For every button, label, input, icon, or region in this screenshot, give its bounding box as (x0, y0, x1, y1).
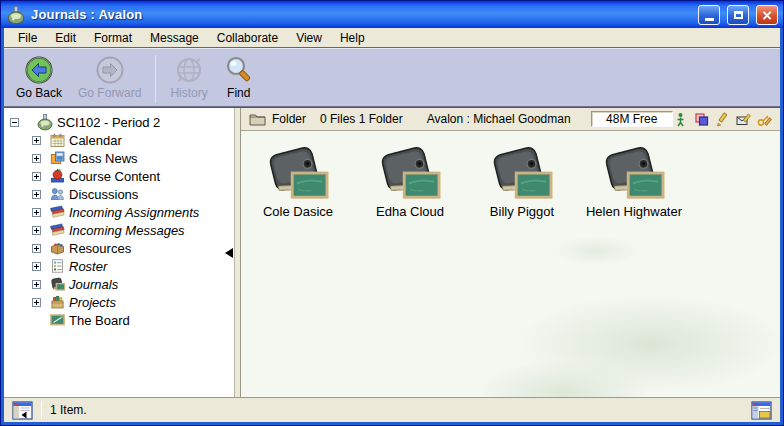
journal-book-icon (488, 145, 556, 203)
menu-message[interactable]: Message (141, 29, 208, 47)
key-pen-icon[interactable] (757, 112, 772, 127)
minimize-button[interactable] (698, 5, 720, 25)
menu-collaborate[interactable]: Collaborate (208, 29, 287, 47)
find-label: Find (227, 86, 250, 100)
history-button[interactable]: History (162, 53, 215, 102)
expand-toggle[interactable] (32, 280, 41, 289)
sidebar-item-calendar[interactable]: Calendar (4, 131, 234, 149)
toggle-view-pane-button[interactable] (751, 401, 772, 420)
expand-toggle[interactable] (32, 298, 41, 307)
journal-item-cole-dasice[interactable]: Cole Dasice (242, 145, 354, 219)
go-back-button[interactable]: Go Back (8, 53, 70, 102)
history-label: History (170, 86, 207, 100)
close-button[interactable]: × (756, 5, 778, 25)
sidebar-item-discussions[interactable]: Discussions (4, 185, 234, 203)
sidebar-item-incoming-assignments[interactable]: Incoming Assignments (4, 203, 234, 221)
sidebar-item-the-board[interactable]: The Board (4, 311, 234, 329)
journal-item-helen-highwater[interactable]: Helen Highwater (578, 145, 690, 219)
tree-root-label: SCI102 - Period 2 (57, 115, 160, 130)
expand-toggle[interactable] (32, 136, 41, 145)
go-forward-label: Go Forward (78, 86, 141, 100)
tree-item-label: Calendar (69, 133, 122, 148)
location-label: Avalon : Michael Goodman (427, 112, 571, 126)
go-back-label: Go Back (16, 86, 62, 100)
sidebar-item-projects[interactable]: Projects (4, 293, 234, 311)
window-frame: File Edit Format Message Collaborate Vie… (1, 28, 783, 425)
tree-item-label: Discussions (69, 187, 138, 202)
statusbar: 1 Item. (4, 397, 780, 422)
folder-icon (249, 112, 266, 126)
collapse-pane-arrow-icon[interactable] (225, 248, 233, 258)
forward-arrow-icon (95, 55, 125, 85)
tree-item-label: The Board (69, 313, 130, 328)
expand-toggle[interactable] (32, 172, 41, 181)
maximize-button[interactable] (727, 5, 749, 25)
go-forward-button[interactable]: Go Forward (70, 53, 149, 102)
menubar: File Edit Format Message Collaborate Vie… (4, 28, 780, 48)
calendar-icon (49, 132, 66, 148)
sidebar-item-resources[interactable]: Resources (4, 239, 234, 257)
journal-name: Billy Piggot (490, 204, 554, 219)
journal-book-icon (600, 145, 668, 203)
books-icon (49, 222, 66, 238)
content-pane: Folder 0 Files 1 Folder Avalon : Michael… (241, 108, 780, 397)
expand-toggle[interactable] (32, 226, 41, 235)
main-split: SCI102 - Period 2 Calendar Class News Co… (4, 107, 780, 397)
maximize-icon (734, 11, 743, 19)
folder-view[interactable]: Cole Dasice Edha Cloud Billy Piggot Hele… (241, 131, 780, 397)
tree-item-label: Incoming Assignments (69, 205, 199, 220)
pane-splitter[interactable] (234, 108, 241, 397)
box-icon (49, 240, 66, 256)
expand-toggle[interactable] (32, 154, 41, 163)
pencil-icon[interactable] (715, 112, 730, 127)
flask-icon (36, 113, 54, 131)
expand-toggle[interactable] (32, 190, 41, 199)
expand-toggle[interactable] (32, 208, 41, 217)
globe-icon (174, 55, 204, 85)
app-window: Journals : Avalon × File Edit Format Mes… (0, 0, 784, 426)
news-icon (49, 150, 66, 166)
layers-icon[interactable] (694, 112, 709, 127)
person-icon[interactable] (673, 112, 688, 127)
toolbar-separator (155, 55, 156, 103)
app-flask-icon[interactable] (6, 5, 26, 25)
journal-item-edha-cloud[interactable]: Edha Cloud (354, 145, 466, 219)
sidebar-item-roster[interactable]: Roster (4, 257, 234, 275)
menu-edit[interactable]: Edit (46, 29, 85, 47)
content-header: Folder 0 Files 1 Folder Avalon : Michael… (241, 108, 780, 131)
journal-book-icon (49, 276, 66, 292)
journal-item-billy-piggot[interactable]: Billy Piggot (466, 145, 578, 219)
back-arrow-icon (24, 55, 54, 85)
titlebar: Journals : Avalon × (1, 1, 783, 28)
expand-toggle[interactable] (32, 244, 41, 253)
menu-view[interactable]: View (287, 29, 331, 47)
toggle-tree-pane-button[interactable] (12, 401, 33, 420)
expand-toggle[interactable] (32, 262, 41, 271)
minimize-icon (705, 18, 714, 21)
roster-list-icon (49, 258, 66, 274)
toolbar: Go Back Go Forward History Find (4, 48, 780, 107)
statusbar-separator (41, 402, 42, 419)
people-icon (49, 186, 66, 202)
find-button[interactable]: Find (216, 53, 262, 102)
menu-help[interactable]: Help (331, 29, 374, 47)
tree-item-label: Class News (69, 151, 138, 166)
sidebar-item-class-news[interactable]: Class News (4, 149, 234, 167)
books-icon (49, 204, 66, 220)
sidebar-item-incoming-messages[interactable]: Incoming Messages (4, 221, 234, 239)
journal-name: Edha Cloud (376, 204, 444, 219)
journal-book-icon (376, 145, 444, 203)
sidebar-tree: SCI102 - Period 2 Calendar Class News Co… (4, 108, 234, 397)
tree-item-label: Incoming Messages (69, 223, 185, 238)
magnifier-icon (224, 55, 254, 85)
apple-books-icon (49, 168, 66, 184)
crate-icon (49, 294, 66, 310)
menu-file[interactable]: File (9, 29, 46, 47)
sidebar-item-journals[interactable]: Journals (4, 275, 234, 293)
folder-label: Folder (272, 112, 306, 126)
menu-format[interactable]: Format (85, 29, 141, 47)
collapse-toggle[interactable] (10, 118, 19, 127)
compose-icon[interactable] (736, 112, 751, 127)
tree-root-sci102[interactable]: SCI102 - Period 2 (4, 113, 234, 131)
sidebar-item-course-content[interactable]: Course Content (4, 167, 234, 185)
